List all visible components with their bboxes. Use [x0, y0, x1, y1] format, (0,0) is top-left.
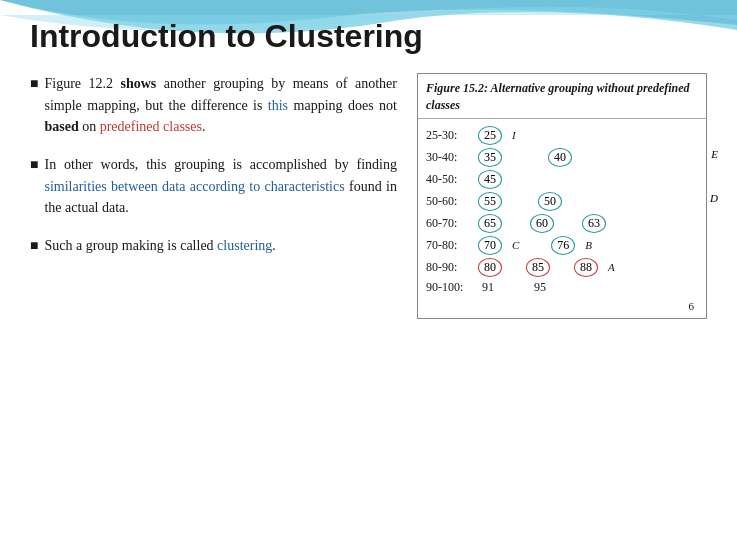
fig-letter-I: I [512, 129, 516, 141]
highlight-similarities: similarities between data according to c… [44, 179, 344, 194]
fig-val-85: 85 [526, 258, 550, 277]
fig-val-80: 80 [478, 258, 502, 277]
bullet-item-1: ■ Figure 12.2 shows another grouping by … [30, 73, 397, 138]
fig-val-50: 50 [538, 192, 562, 211]
fig-row-90100: 90-100: 91 95 [426, 280, 698, 295]
fig-values-7080: 70 C 76 B [478, 236, 698, 255]
fig-val-45: 45 [478, 170, 502, 189]
fig-values-6070: 65 60 63 [478, 214, 698, 233]
fig-values-8090: 80 85 88 A [478, 258, 698, 277]
figure-box: Figure 15.2: Alternative grouping withou… [417, 73, 707, 319]
bullet-marker-3: ■ [30, 235, 38, 257]
fig-val-60: 60 [530, 214, 554, 233]
fig-footnote: 6 [426, 298, 698, 312]
figure-title: Figure 15.2: Alternative grouping withou… [418, 74, 706, 119]
fig-row-7080: 70-80: 70 C 76 B [426, 236, 698, 255]
bullet-text-3: Such a group making is called clustering… [44, 235, 397, 257]
fig-row-5060: 50-60: 55 50 D [426, 192, 698, 211]
fig-val-55: 55 [478, 192, 502, 211]
main-content: ■ Figure 12.2 shows another grouping by … [30, 73, 707, 319]
fig-values-5060: 55 50 D [478, 192, 698, 211]
fig-values-3040: 35 40 E [478, 148, 698, 167]
fig-values-2530: 25 I [478, 126, 698, 145]
content-area: Introduction to Clustering ■ Figure 12.2… [0, 0, 737, 339]
fig-letter-C: C [512, 239, 519, 251]
fig-values-90100: 91 95 [478, 280, 698, 295]
fig-range-4050: 40-50: [426, 172, 478, 187]
fig-range-90100: 90-100: [426, 280, 478, 295]
bullet-marker-2: ■ [30, 154, 38, 219]
fig-val-65: 65 [478, 214, 502, 233]
bullet-text-2: In other words, this grouping is accompl… [44, 154, 397, 219]
highlight-predefined: predefined classes [100, 119, 202, 134]
fig-val-88: 88 [574, 258, 598, 277]
fig-range-7080: 70-80: [426, 238, 478, 253]
fig-letter-A: A [608, 261, 615, 273]
bullet-marker-1: ■ [30, 73, 38, 138]
fig-row-3040: 30-40: 35 40 E [426, 148, 698, 167]
fig-val-35: 35 [478, 148, 502, 167]
highlight-clustering: clustering [217, 238, 272, 253]
fig-val-63: 63 [582, 214, 606, 233]
figure-content: 25-30: 25 I 30-40: 35 40 E [418, 119, 706, 318]
fig-row-8090: 80-90: 80 85 88 A [426, 258, 698, 277]
fig-val-70: 70 [478, 236, 502, 255]
fig-row-6070: 60-70: 65 60 63 [426, 214, 698, 233]
fig-val-91: 91 [482, 280, 494, 295]
bullet-text-1: Figure 12.2 shows another grouping by me… [44, 73, 397, 138]
bullet-item-2: ■ In other words, this grouping is accom… [30, 154, 397, 219]
fig-letter-B: B [585, 239, 592, 251]
fig-letter-D-label: D [710, 192, 718, 204]
fig-range-8090: 80-90: [426, 260, 478, 275]
fig-val-76: 76 [551, 236, 575, 255]
fig-row-2530: 25-30: 25 I [426, 126, 698, 145]
fig-val-40: 40 [548, 148, 572, 167]
highlight-this: this [268, 98, 288, 113]
fig-val-95: 95 [534, 280, 546, 295]
fig-range-2530: 25-30: [426, 128, 478, 143]
fig-val-25: 25 [478, 126, 502, 145]
fig-row-4050: 40-50: 45 [426, 170, 698, 189]
fig-letter-E-label: E [711, 148, 718, 160]
bullet-item-3: ■ Such a group making is called clusteri… [30, 235, 397, 257]
fig-range-3040: 30-40: [426, 150, 478, 165]
page-title: Introduction to Clustering [30, 18, 707, 55]
text-column: ■ Figure 12.2 shows another grouping by … [30, 73, 397, 273]
fig-values-4050: 45 [478, 170, 698, 189]
fig-range-5060: 50-60: [426, 194, 478, 209]
fig-range-6070: 60-70: [426, 216, 478, 231]
